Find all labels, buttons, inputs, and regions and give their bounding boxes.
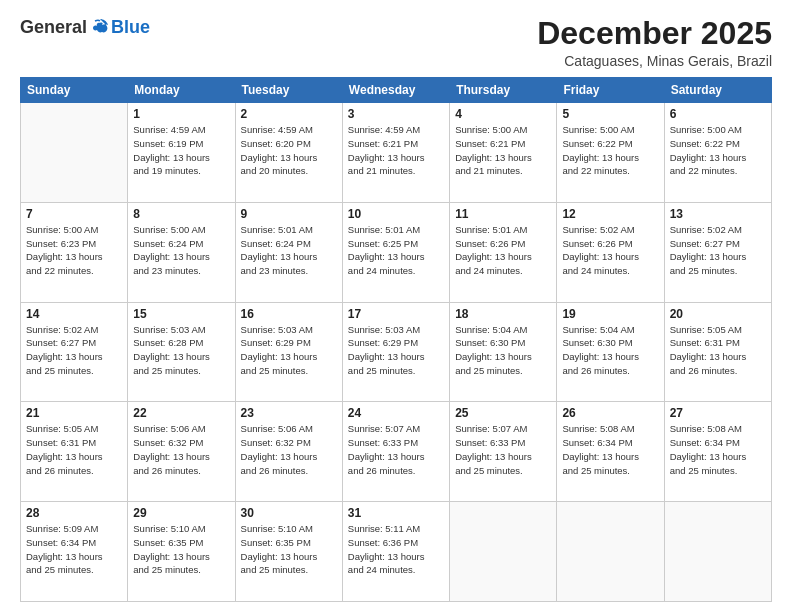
logo-bird-icon [89,16,111,38]
day-content-line: Sunset: 6:20 PM [241,138,311,149]
calendar-cell: 9Sunrise: 5:01 AMSunset: 6:24 PMDaylight… [235,202,342,302]
day-content-line: Sunrise: 5:01 AM [348,224,420,235]
calendar-week-row: 28Sunrise: 5:09 AMSunset: 6:34 PMDayligh… [21,502,772,602]
day-content-line: Sunset: 6:34 PM [26,537,96,548]
day-content-line: Daylight: 13 hours [26,451,103,462]
day-content-line: and 25 minutes. [26,365,94,376]
day-content-line: Daylight: 13 hours [26,251,103,262]
day-content-line: and 22 minutes. [562,165,630,176]
day-content-line: Sunset: 6:33 PM [348,437,418,448]
col-saturday: Saturday [664,78,771,103]
day-content-line: Sunset: 6:29 PM [348,337,418,348]
calendar-week-row: 21Sunrise: 5:05 AMSunset: 6:31 PMDayligh… [21,402,772,502]
day-content: Sunrise: 5:05 AMSunset: 6:31 PMDaylight:… [670,323,766,378]
day-content: Sunrise: 5:03 AMSunset: 6:29 PMDaylight:… [348,323,444,378]
day-content-line: and 25 minutes. [562,465,630,476]
calendar-cell: 3Sunrise: 4:59 AMSunset: 6:21 PMDaylight… [342,103,449,203]
calendar-cell: 22Sunrise: 5:06 AMSunset: 6:32 PMDayligh… [128,402,235,502]
day-content: Sunrise: 5:06 AMSunset: 6:32 PMDaylight:… [133,422,229,477]
day-content-line: Sunrise: 5:01 AM [241,224,313,235]
day-content: Sunrise: 5:00 AMSunset: 6:23 PMDaylight:… [26,223,122,278]
day-content-line: and 25 minutes. [241,564,309,575]
day-content-line: Daylight: 13 hours [670,351,747,362]
day-content-line: and 23 minutes. [133,265,201,276]
day-content: Sunrise: 5:05 AMSunset: 6:31 PMDaylight:… [26,422,122,477]
calendar-table: Sunday Monday Tuesday Wednesday Thursday… [20,77,772,602]
day-number: 9 [241,207,337,221]
day-number: 24 [348,406,444,420]
day-content-line: Sunset: 6:27 PM [26,337,96,348]
logo-blue-text: Blue [111,17,150,38]
calendar-cell: 12Sunrise: 5:02 AMSunset: 6:26 PMDayligh… [557,202,664,302]
day-content-line: Sunrise: 5:03 AM [241,324,313,335]
day-content-line: Sunset: 6:28 PM [133,337,203,348]
day-content-line: Sunrise: 5:06 AM [241,423,313,434]
header: General Blue December 2025 Cataguases, M… [20,16,772,69]
day-content: Sunrise: 4:59 AMSunset: 6:21 PMDaylight:… [348,123,444,178]
day-content-line: Daylight: 13 hours [133,451,210,462]
day-content-line: Sunset: 6:32 PM [241,437,311,448]
day-content: Sunrise: 5:08 AMSunset: 6:34 PMDaylight:… [670,422,766,477]
day-content-line: Daylight: 13 hours [348,251,425,262]
calendar-week-row: 14Sunrise: 5:02 AMSunset: 6:27 PMDayligh… [21,302,772,402]
day-content-line: Sunset: 6:25 PM [348,238,418,249]
day-content-line: Sunrise: 5:04 AM [562,324,634,335]
day-content: Sunrise: 5:04 AMSunset: 6:30 PMDaylight:… [455,323,551,378]
day-content-line: and 24 minutes. [562,265,630,276]
day-content-line: Sunset: 6:36 PM [348,537,418,548]
day-content-line: and 25 minutes. [670,465,738,476]
day-content-line: Sunset: 6:35 PM [133,537,203,548]
day-number: 31 [348,506,444,520]
day-content-line: Sunset: 6:23 PM [26,238,96,249]
day-content-line: and 20 minutes. [241,165,309,176]
day-content-line: Daylight: 13 hours [348,451,425,462]
calendar-cell: 17Sunrise: 5:03 AMSunset: 6:29 PMDayligh… [342,302,449,402]
day-content-line: Sunrise: 5:00 AM [455,124,527,135]
day-content-line: and 24 minutes. [455,265,523,276]
title-block: December 2025 Cataguases, Minas Gerais, … [537,16,772,69]
day-content: Sunrise: 5:04 AMSunset: 6:30 PMDaylight:… [562,323,658,378]
calendar-cell: 15Sunrise: 5:03 AMSunset: 6:28 PMDayligh… [128,302,235,402]
day-number: 7 [26,207,122,221]
day-content: Sunrise: 5:11 AMSunset: 6:36 PMDaylight:… [348,522,444,577]
day-content: Sunrise: 5:00 AMSunset: 6:22 PMDaylight:… [562,123,658,178]
day-number: 8 [133,207,229,221]
day-content-line: Sunrise: 4:59 AM [133,124,205,135]
day-number: 17 [348,307,444,321]
calendar-cell: 21Sunrise: 5:05 AMSunset: 6:31 PMDayligh… [21,402,128,502]
day-content-line: Sunrise: 5:00 AM [26,224,98,235]
day-number: 27 [670,406,766,420]
calendar-cell: 19Sunrise: 5:04 AMSunset: 6:30 PMDayligh… [557,302,664,402]
calendar-cell: 5Sunrise: 5:00 AMSunset: 6:22 PMDaylight… [557,103,664,203]
col-friday: Friday [557,78,664,103]
calendar-cell [664,502,771,602]
day-number: 30 [241,506,337,520]
day-content-line: Daylight: 13 hours [670,251,747,262]
day-content-line: Sunset: 6:26 PM [562,238,632,249]
day-number: 21 [26,406,122,420]
day-content: Sunrise: 5:03 AMSunset: 6:29 PMDaylight:… [241,323,337,378]
day-content-line: Daylight: 13 hours [133,251,210,262]
day-content: Sunrise: 5:10 AMSunset: 6:35 PMDaylight:… [241,522,337,577]
day-content: Sunrise: 5:06 AMSunset: 6:32 PMDaylight:… [241,422,337,477]
calendar-week-row: 1Sunrise: 4:59 AMSunset: 6:19 PMDaylight… [21,103,772,203]
day-content-line: and 26 minutes. [348,465,416,476]
day-content-line: Daylight: 13 hours [241,551,318,562]
day-number: 20 [670,307,766,321]
day-content: Sunrise: 5:08 AMSunset: 6:34 PMDaylight:… [562,422,658,477]
day-content: Sunrise: 5:01 AMSunset: 6:26 PMDaylight:… [455,223,551,278]
calendar-cell: 26Sunrise: 5:08 AMSunset: 6:34 PMDayligh… [557,402,664,502]
day-content-line: Sunrise: 5:03 AM [133,324,205,335]
day-content: Sunrise: 5:02 AMSunset: 6:26 PMDaylight:… [562,223,658,278]
day-number: 18 [455,307,551,321]
day-content-line: Sunrise: 5:08 AM [562,423,634,434]
day-content: Sunrise: 5:02 AMSunset: 6:27 PMDaylight:… [670,223,766,278]
day-content-line: and 25 minutes. [26,564,94,575]
day-content-line: Sunset: 6:22 PM [670,138,740,149]
calendar-cell: 29Sunrise: 5:10 AMSunset: 6:35 PMDayligh… [128,502,235,602]
day-content-line: Daylight: 13 hours [562,152,639,163]
day-content-line: and 23 minutes. [241,265,309,276]
day-content-line: Sunrise: 5:10 AM [241,523,313,534]
day-content-line: Daylight: 13 hours [670,451,747,462]
col-sunday: Sunday [21,78,128,103]
